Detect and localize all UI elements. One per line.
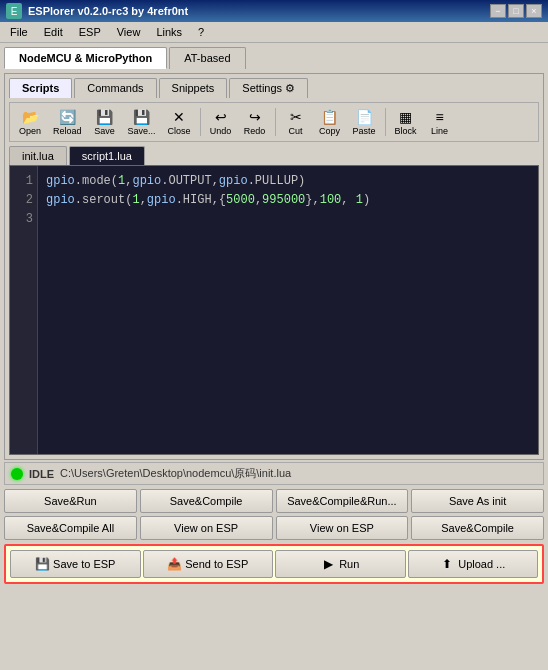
action-buttons-panel: Save&Run Save&Compile Save&Compile&Run..…	[4, 489, 544, 540]
btn-save-compile-all[interactable]: Save&Compile All	[4, 516, 137, 540]
status-led	[11, 468, 23, 480]
menu-view[interactable]: View	[111, 24, 147, 40]
menu-help[interactable]: ?	[192, 24, 210, 40]
code-line-1: gpio.mode(1,gpio.OUTPUT,gpio.PULLUP)	[46, 172, 530, 191]
open-icon: 📂	[21, 108, 39, 126]
btn-copy[interactable]: 📋 Copy	[314, 105, 346, 139]
btn-save-as-init[interactable]: Save As init	[411, 489, 544, 513]
app-icon: E	[6, 3, 22, 19]
btn-view-on-esp-1[interactable]: View on ESP	[140, 516, 273, 540]
save-to-esp-icon: 💾	[35, 557, 49, 571]
line-icon: ≡	[431, 108, 449, 126]
copy-icon: 📋	[321, 108, 339, 126]
paste-icon: 📄	[355, 108, 373, 126]
run-icon: ▶	[321, 557, 335, 571]
code-line-2: gpio.serout(1,gpio.HIGH,{5000,995000},10…	[46, 191, 530, 210]
action-row-2: Save&Compile All View on ESP View on ESP…	[4, 516, 544, 540]
btn-paste[interactable]: 📄 Paste	[348, 105, 381, 139]
save-as-icon: 💾	[133, 108, 151, 126]
menu-edit[interactable]: Edit	[38, 24, 69, 40]
btn-save-compile[interactable]: Save&Compile	[140, 489, 273, 513]
title-text: ESPlorer v0.2.0-rc3 by 4refr0nt	[28, 5, 484, 17]
bottom-bar: 💾 Save to ESP 📤 Send to ESP ▶ Run ⬆ Uplo…	[4, 544, 544, 584]
send-to-esp-icon: 📤	[167, 557, 181, 571]
undo-icon: ↩	[212, 108, 230, 126]
menu-links[interactable]: Links	[150, 24, 188, 40]
toolbar-sep-3	[385, 108, 386, 136]
btn-line[interactable]: ≡ Line	[424, 105, 456, 139]
status-path: C:\Users\Greten\Desktop\nodemcu\原码\init.…	[60, 466, 291, 481]
btn-open[interactable]: 📂 Open	[14, 105, 46, 139]
status-label: IDLE	[29, 468, 54, 480]
btn-save-compile-run[interactable]: Save&Compile&Run...	[276, 489, 409, 513]
file-tab-init[interactable]: init.lua	[9, 146, 67, 165]
btn-view-on-esp-2[interactable]: View on ESP	[276, 516, 409, 540]
tab-settings[interactable]: Settings ⚙	[229, 78, 308, 98]
tab-nodemcu[interactable]: NodeMCU & MicroPython	[4, 47, 167, 69]
btn-save[interactable]: 💾 Save	[89, 105, 121, 139]
redo-icon: ↪	[246, 108, 264, 126]
menu-file[interactable]: File	[4, 24, 34, 40]
btn-upload[interactable]: ⬆ Upload ...	[408, 550, 539, 578]
reload-icon: 🔄	[58, 108, 76, 126]
status-bar: IDLE C:\Users\Greten\Desktop\nodemcu\原码\…	[4, 462, 544, 485]
btn-save-as[interactable]: 💾 Save...	[123, 105, 161, 139]
minimize-button[interactable]: −	[490, 4, 506, 18]
btn-close[interactable]: ✕ Close	[163, 105, 196, 139]
close-button[interactable]: ×	[526, 4, 542, 18]
main-container: NodeMCU & MicroPython AT-based Scripts C…	[0, 43, 548, 588]
code-content[interactable]: gpio.mode(1,gpio.OUTPUT,gpio.PULLUP) gpi…	[38, 166, 538, 454]
btn-run[interactable]: ▶ Run	[275, 550, 406, 578]
save-icon: 💾	[96, 108, 114, 126]
title-bar: E ESPlorer v0.2.0-rc3 by 4refr0nt − □ ×	[0, 0, 548, 22]
close-file-icon: ✕	[170, 108, 188, 126]
action-row-1: Save&Run Save&Compile Save&Compile&Run..…	[4, 489, 544, 513]
btn-redo[interactable]: ↪ Redo	[239, 105, 271, 139]
tab-snippets[interactable]: Snippets	[159, 78, 228, 98]
editor[interactable]: 1 2 3 gpio.mode(1,gpio.OUTPUT,gpio.PULLU…	[9, 165, 539, 455]
btn-save-to-esp[interactable]: 💾 Save to ESP	[10, 550, 141, 578]
tab-scripts[interactable]: Scripts	[9, 78, 72, 98]
toolbar-sep-1	[200, 108, 201, 136]
cut-icon: ✂	[287, 108, 305, 126]
btn-reload[interactable]: 🔄 Reload	[48, 105, 87, 139]
main-tab-bar: NodeMCU & MicroPython AT-based	[4, 47, 544, 69]
file-tab-script1[interactable]: script1.lua	[69, 146, 145, 165]
block-icon: ▦	[397, 108, 415, 126]
menu-bar: File Edit ESP View Links ?	[0, 22, 548, 43]
btn-send-to-esp[interactable]: 📤 Send to ESP	[143, 550, 274, 578]
maximize-button[interactable]: □	[508, 4, 524, 18]
line-numbers: 1 2 3	[10, 166, 38, 454]
btn-save-compile-2[interactable]: Save&Compile	[411, 516, 544, 540]
tab-commands[interactable]: Commands	[74, 78, 156, 98]
btn-block[interactable]: ▦ Block	[390, 105, 422, 139]
btn-undo[interactable]: ↩ Undo	[205, 105, 237, 139]
btn-cut[interactable]: ✂ Cut	[280, 105, 312, 139]
window-controls: − □ ×	[490, 4, 542, 18]
content-panel: Scripts Commands Snippets Settings ⚙ 📂 O…	[4, 73, 544, 460]
toolbar-sep-2	[275, 108, 276, 136]
toolbar: 📂 Open 🔄 Reload 💾 Save 💾 Save... ✕ Close	[9, 102, 539, 142]
menu-esp[interactable]: ESP	[73, 24, 107, 40]
sub-tab-bar: Scripts Commands Snippets Settings ⚙	[9, 78, 539, 98]
file-tabs: init.lua script1.lua	[9, 146, 539, 165]
tab-at-based[interactable]: AT-based	[169, 47, 245, 69]
btn-save-run[interactable]: Save&Run	[4, 489, 137, 513]
upload-icon: ⬆	[440, 557, 454, 571]
